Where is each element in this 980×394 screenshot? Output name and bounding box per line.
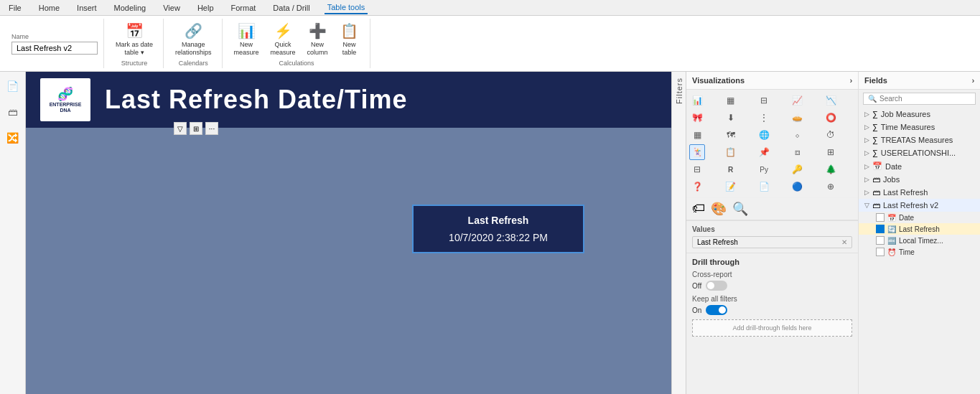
viz-line[interactable]: 📈 <box>790 93 806 108</box>
report-view-icon[interactable]: 📄 <box>4 78 22 95</box>
viz-expand-icon[interactable]: › <box>850 77 852 85</box>
drill-title: Drill through <box>692 258 852 266</box>
viz-azure-map[interactable]: 🔵 <box>790 179 806 194</box>
viz-card[interactable]: 🃏 <box>689 144 705 160</box>
more-ctrl-button[interactable]: ··· <box>205 122 218 135</box>
menu-help[interactable]: Help <box>195 2 217 14</box>
quick-measure-button[interactable]: ⚡ Quickmeasure <box>266 19 300 60</box>
data-card[interactable]: Last Refresh 10/7/2020 2:38:22 PM <box>412 205 584 253</box>
mark-date-table-button[interactable]: 📅 Mark as datetable ▾ <box>111 19 157 60</box>
viz-multi-row-card[interactable]: 📋 <box>723 144 739 160</box>
viz-key-influencer[interactable]: 🔑 <box>790 161 806 177</box>
fields-panel: Fields › 🔍 ▷ ∑ Job Measures ▷ ∑ T <box>858 72 980 394</box>
viz-kpi[interactable]: 📌 <box>756 144 772 160</box>
values-section: Values Last Refresh ✕ <box>686 220 858 253</box>
menu-file[interactable]: File <box>6 2 24 14</box>
viz-table[interactable]: ⊞ <box>823 144 839 160</box>
drill-drop-area[interactable]: Add drill-through fields here <box>692 319 852 337</box>
filters-strip[interactable]: Filters <box>671 72 686 394</box>
viz-paint-icon[interactable]: 🎨 <box>711 201 727 217</box>
keep-filters-toggle[interactable] <box>706 305 727 315</box>
group-last-refresh[interactable]: ▷ 🗃 Last Refresh <box>859 186 980 199</box>
logo-text: ENTERPRISEDNA <box>50 102 82 114</box>
menu-table-tools[interactable]: Table tools <box>325 1 368 14</box>
viz-qa[interactable]: ❓ <box>689 179 705 194</box>
viz-matrix[interactable]: ⊟ <box>689 161 705 177</box>
report-title: Last Refresh Date/Time <box>105 85 407 115</box>
model-view-icon[interactable]: 🔀 <box>4 129 22 146</box>
new-column-icon: ➕ <box>309 22 327 39</box>
field-item-date[interactable]: 📅 Date <box>859 212 980 223</box>
ribbon: Name 📅 Mark as datetable ▾ Structure 🔗 M… <box>0 16 980 72</box>
group-treatas-measures[interactable]: ▷ ∑ TREATAS Measures <box>859 133 980 146</box>
viz-filled-map[interactable]: 🌐 <box>756 127 772 143</box>
manage-relationships-button[interactable]: 🔗 Managerelationships <box>171 19 216 60</box>
group-last-refresh-v2[interactable]: ▽ 🗃 Last Refresh v2 <box>859 199 980 212</box>
cross-report-label: Cross-report <box>692 271 852 278</box>
viz-ribbon[interactable]: 🎀 <box>689 110 705 126</box>
group-jobs[interactable]: ▷ 🗃 Jobs <box>859 173 980 186</box>
ribbon-items-calendars: 🔗 Managerelationships <box>171 19 216 60</box>
viz-filter-icon[interactable]: 🏷 <box>692 201 705 217</box>
new-column-button[interactable]: ➕ Newcolumn <box>303 19 332 60</box>
viz-bar-chart[interactable]: 📊 <box>689 93 705 108</box>
menu-bar: File Home Insert Modeling View Help Form… <box>0 0 980 16</box>
menu-insert[interactable]: Insert <box>74 2 100 14</box>
viz-donut[interactable]: ⭕ <box>823 110 839 126</box>
menu-view[interactable]: View <box>160 2 183 14</box>
expand-icon: ▷ <box>864 149 869 156</box>
cross-report-toggle[interactable] <box>706 281 727 291</box>
filter-ctrl-button[interactable]: ▽ <box>174 122 187 135</box>
viz-pie[interactable]: 🥧 <box>790 110 806 126</box>
new-table-button[interactable]: 📋 Newtable <box>335 19 364 60</box>
field-item-local-timez[interactable]: 🔤 Local Timez... <box>859 235 980 246</box>
new-measure-label: Newmeasure <box>234 41 259 57</box>
viz-area[interactable]: 📉 <box>823 93 839 108</box>
field-item-time[interactable]: ⏰ Time <box>859 246 980 258</box>
group-name: Last Refresh <box>883 188 928 197</box>
card-value: 10/7/2020 2:38:22 PM <box>425 232 571 243</box>
chip-remove-button[interactable]: ✕ <box>841 238 847 246</box>
field-item-last-refresh[interactable]: 🔄 Last Refresh <box>859 223 980 235</box>
viz-cluster-bar[interactable]: ⊟ <box>756 93 772 108</box>
viz-waterfall[interactable]: ⬇ <box>723 110 739 126</box>
search-box[interactable]: 🔍 <box>863 93 976 105</box>
fields-expand-icon[interactable]: › <box>972 77 974 85</box>
viz-funnel[interactable]: ⬦ <box>790 127 806 143</box>
expand-icon: ▷ <box>864 111 869 118</box>
viz-r-visual[interactable]: R <box>723 161 739 177</box>
group-time-measures[interactable]: ▷ ∑ Time Measures <box>859 121 980 133</box>
viz-decomp-tree[interactable]: 🌲 <box>823 161 839 177</box>
menu-modeling[interactable]: Modeling <box>111 2 149 14</box>
table-icon: 🗃 <box>872 188 880 197</box>
viz-slicer[interactable]: ⧈ <box>790 144 806 160</box>
viz-custom1[interactable]: ⊕ <box>823 179 839 194</box>
viz-analyze-icon[interactable]: 🔍 <box>732 201 748 217</box>
viz-scatter[interactable]: ⋮ <box>756 110 772 126</box>
ribbon-group-relationships: 📊 Newmeasure ⚡ Quickmeasure ➕ Newcolumn … <box>224 19 370 68</box>
menu-data-drill[interactable]: Data / Drill <box>270 2 312 14</box>
field-checkbox <box>876 236 885 245</box>
viz-map[interactable]: 🗺 <box>723 127 739 143</box>
search-input[interactable] <box>879 95 971 103</box>
value-chip[interactable]: Last Refresh ✕ <box>692 236 852 248</box>
field-item-name: Time <box>899 248 915 256</box>
group-date[interactable]: ▷ 📅 Date <box>859 159 980 173</box>
name-input[interactable] <box>11 42 98 55</box>
group-job-measures[interactable]: ▷ ∑ Job Measures <box>859 108 980 121</box>
viz-gauge[interactable]: ⏱ <box>823 127 839 143</box>
new-measure-button[interactable]: 📊 Newmeasure <box>230 19 263 60</box>
viz-python[interactable]: Py <box>756 161 772 177</box>
expand-icon: ▷ <box>864 136 869 144</box>
table-icon: 🗃 <box>872 201 880 210</box>
viz-stacked-bar[interactable]: ▦ <box>723 93 739 108</box>
data-view-icon[interactable]: 🗃 <box>4 103 22 121</box>
viz-paginated[interactable]: 📄 <box>756 179 772 194</box>
viz-treemap[interactable]: ▦ <box>689 127 705 143</box>
group-userelationship[interactable]: ▷ ∑ USERELATIONSHI... <box>859 146 980 159</box>
logo: 🧬 ENTERPRISEDNA <box>40 78 90 121</box>
viz-narr[interactable]: 📝 <box>723 179 739 194</box>
menu-home[interactable]: Home <box>36 2 62 14</box>
focus-ctrl-button[interactable]: ⊞ <box>190 122 202 135</box>
menu-format[interactable]: Format <box>228 2 259 14</box>
